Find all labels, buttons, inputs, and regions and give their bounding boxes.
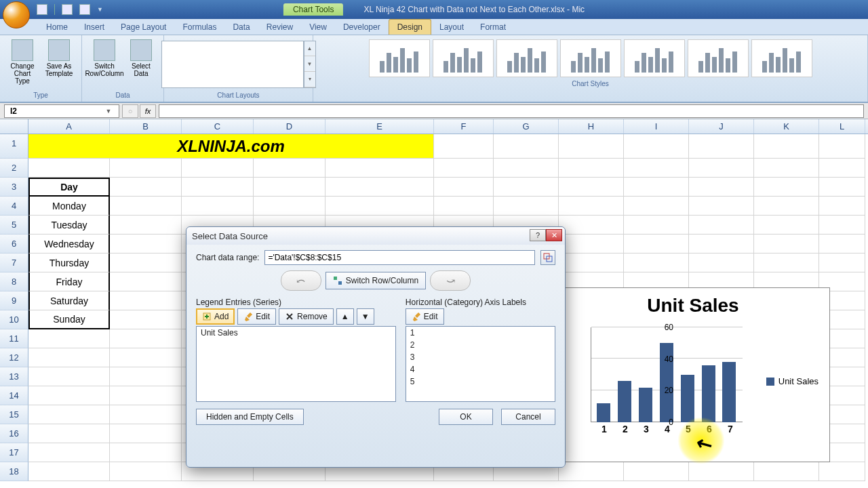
change-chart-type-button[interactable]: Change Chart Type [5, 38, 39, 86]
cell[interactable] [110, 462, 182, 481]
row-header[interactable]: 17 [0, 443, 28, 462]
row-header[interactable]: 16 [0, 424, 28, 443]
cell[interactable] [624, 134, 689, 159]
col-header[interactable]: H [559, 119, 624, 134]
row-header[interactable]: 11 [0, 329, 28, 348]
row-header[interactable]: 18 [0, 462, 28, 481]
cell[interactable] [110, 253, 182, 272]
style-thumb[interactable] [433, 39, 494, 77]
cell[interactable] [819, 178, 865, 197]
list-item[interactable]: 2 [406, 339, 555, 351]
col-header[interactable]: K [754, 119, 819, 134]
cell[interactable] [624, 216, 689, 235]
list-item[interactable]: 5 [406, 375, 555, 388]
row-header[interactable]: 4 [0, 197, 28, 216]
edit-series-button[interactable]: Edit [237, 308, 276, 325]
tab-view[interactable]: View [301, 20, 335, 35]
cell[interactable] [494, 178, 559, 197]
col-header[interactable]: C [182, 119, 254, 134]
cell[interactable] [326, 159, 434, 178]
cell[interactable] [110, 367, 182, 386]
row-header[interactable]: 10 [0, 310, 28, 329]
cell[interactable] [110, 159, 182, 178]
cell[interactable] [819, 253, 865, 272]
tab-layout[interactable]: Layout [431, 20, 472, 35]
cell[interactable] [110, 178, 182, 197]
cancel-formula-icon[interactable]: ○ [122, 104, 138, 118]
cell[interactable] [254, 178, 326, 197]
tab-design[interactable]: Design [389, 19, 431, 35]
cancel-button[interactable]: Cancel [501, 409, 555, 425]
cell[interactable] [110, 216, 182, 235]
cell[interactable] [689, 178, 754, 197]
cell[interactable]: Tuesday [28, 216, 110, 235]
add-series-button[interactable]: Add [196, 308, 235, 325]
save-as-template-button[interactable]: Save As Template [42, 38, 76, 79]
col-header[interactable]: G [494, 119, 559, 134]
cell[interactable] [819, 462, 865, 481]
cell[interactable] [182, 159, 254, 178]
series-listbox[interactable]: Unit Sales [196, 326, 396, 402]
redo-icon[interactable] [79, 4, 90, 15]
dialog-titlebar[interactable]: Select Data Source ? ✕ [186, 227, 565, 245]
edit-axis-button[interactable]: Edit [406, 308, 444, 325]
col-header[interactable]: I [624, 119, 689, 134]
tab-developer[interactable]: Developer [335, 20, 389, 35]
cell[interactable] [110, 405, 182, 424]
cell[interactable] [754, 253, 819, 272]
cell[interactable] [28, 159, 110, 178]
cell[interactable] [110, 443, 182, 462]
cell[interactable] [182, 178, 254, 197]
save-icon[interactable] [37, 4, 47, 15]
cell[interactable] [494, 134, 559, 159]
cell[interactable] [28, 348, 110, 367]
row-header[interactable]: 2 [0, 159, 28, 178]
cell[interactable] [110, 272, 182, 291]
banner-cell[interactable]: XLNINJA.com [28, 134, 434, 159]
cell[interactable] [110, 291, 182, 310]
chevron-down-icon[interactable]: ▼ [104, 108, 113, 115]
row-header[interactable]: 5 [0, 216, 28, 235]
cell[interactable] [819, 197, 865, 216]
cell[interactable] [28, 462, 110, 481]
cell[interactable] [434, 178, 494, 197]
cell[interactable] [110, 310, 182, 329]
style-thumb[interactable] [496, 39, 557, 77]
remove-series-button[interactable]: Remove [279, 308, 334, 325]
qat-dropdown-icon[interactable]: ▼ [97, 6, 103, 13]
cell[interactable] [494, 159, 559, 178]
cell[interactable] [819, 134, 865, 159]
cell[interactable] [754, 462, 819, 481]
cell[interactable] [559, 235, 624, 253]
list-item[interactable]: 4 [406, 363, 555, 375]
row-header[interactable]: 6 [0, 235, 28, 253]
chart-layouts-gallery[interactable] [161, 41, 304, 88]
cell[interactable]: Monday [28, 197, 110, 216]
cell[interactable] [434, 134, 494, 159]
switch-row-column-button[interactable]: Switch Row/Column [326, 272, 426, 289]
cell[interactable]: Wednesday [28, 235, 110, 253]
cell[interactable] [624, 178, 689, 197]
cell[interactable] [110, 348, 182, 367]
cell[interactable] [28, 405, 110, 424]
list-item[interactable]: Unit Sales [197, 327, 395, 339]
style-thumb[interactable] [369, 39, 430, 77]
col-header[interactable]: F [434, 119, 494, 134]
switch-row-column-button[interactable]: Switch Row/Column [87, 38, 121, 79]
tab-page-layout[interactable]: Page Layout [113, 20, 174, 35]
row-header[interactable]: 7 [0, 253, 28, 272]
chart-data-range-input[interactable] [264, 250, 535, 265]
tab-home[interactable]: Home [38, 20, 76, 35]
embedded-chart[interactable]: Unit Sales 0204060 1234567 Unit Sales ↖ [556, 287, 830, 462]
row-header[interactable]: 8 [0, 272, 28, 291]
list-item[interactable]: 1 [406, 327, 555, 339]
chart-styles-gallery[interactable] [368, 38, 814, 79]
style-thumb[interactable] [688, 39, 749, 77]
cell[interactable] [689, 134, 754, 159]
cell[interactable] [110, 197, 182, 216]
cell[interactable] [182, 197, 254, 216]
close-button[interactable]: ✕ [546, 229, 562, 241]
cell[interactable] [434, 159, 494, 178]
row-header[interactable]: 9 [0, 291, 28, 310]
col-header[interactable]: A [28, 119, 110, 134]
